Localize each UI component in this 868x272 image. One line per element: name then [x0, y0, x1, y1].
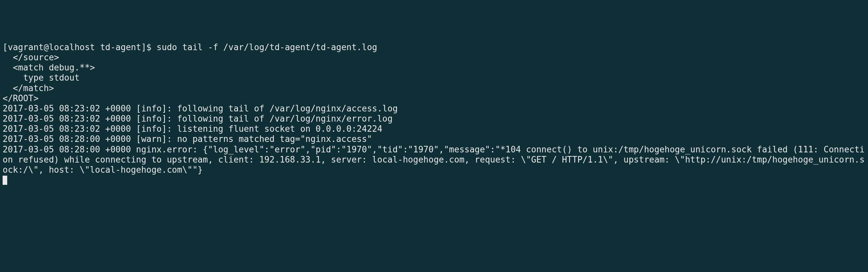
command-line[interactable]: [vagrant@localhost td-agent]$ sudo tail … [3, 42, 865, 53]
output-line: </source> [3, 53, 865, 63]
output-line: </ROOT> [3, 93, 865, 103]
shell-prompt: [vagrant@localhost td-agent]$ [3, 42, 157, 52]
cursor [3, 176, 7, 185]
output-line: 2017-03-05 08:28:00 +0000 [warn]: no pat… [3, 134, 865, 144]
output-line: 2017-03-05 08:23:02 +0000 [info]: follow… [3, 103, 865, 114]
output-line: 2017-03-05 08:23:02 +0000 [info]: follow… [3, 114, 865, 124]
output-line: <match debug.**> [3, 63, 865, 73]
output-line: type stdout [3, 73, 865, 83]
output-line: 2017-03-05 08:23:02 +0000 [info]: listen… [3, 124, 865, 134]
shell-command: sudo tail -f /var/log/td-agent/td-agent.… [157, 42, 377, 52]
output-line: </match> [3, 83, 865, 93]
output-line: 2017-03-05 08:28:00 +0000 nginx.error: {… [3, 145, 865, 175]
